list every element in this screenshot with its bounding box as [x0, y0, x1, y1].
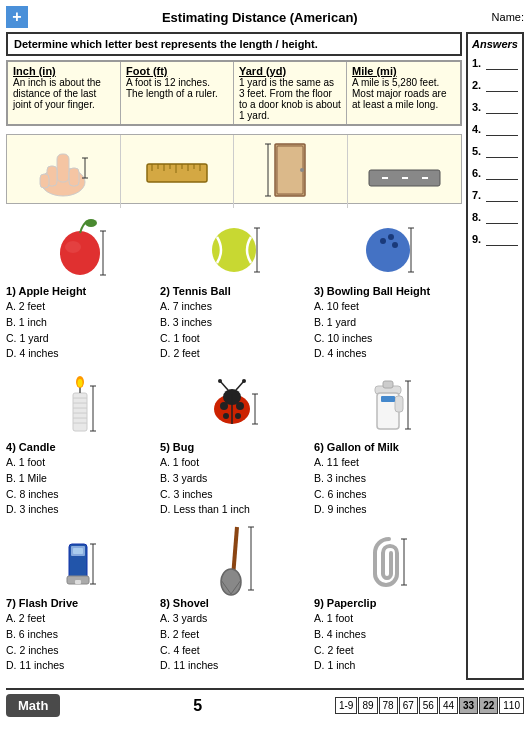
question-1: 1) Apple Height A. 2 feet B. 1 inch C. 1…	[6, 212, 154, 362]
answer-blank-5	[486, 144, 518, 158]
q4-image-area	[6, 368, 154, 438]
svg-point-38	[366, 228, 410, 272]
q6-choice-a: A. 11 feet	[314, 455, 359, 471]
q8-num: 8	[160, 597, 166, 609]
q5-num: 5	[160, 441, 166, 453]
main-layout: Determine which letter best represents t…	[6, 32, 524, 680]
q5-choice-d: D. Less than 1 inch	[160, 502, 250, 518]
q6-choice-b: B. 3 inches	[314, 471, 366, 487]
score-range: 1-9	[335, 697, 357, 714]
answers-panel: Answers 1. 2. 3. 4. 5. 6.	[466, 32, 524, 680]
answer-num-3: 3.	[472, 101, 486, 113]
svg-point-29	[65, 241, 81, 253]
q7-title: 7) Flash Drive	[6, 597, 78, 609]
q9-num: 9	[314, 597, 320, 609]
svg-rect-76	[383, 381, 393, 388]
q8-choice-a: A. 3 yards	[160, 611, 207, 627]
q9-choice-c: C. 2 feet	[314, 643, 354, 659]
q1-num: 1	[6, 285, 12, 297]
q6-num: 6	[314, 441, 320, 453]
svg-point-68	[242, 379, 246, 383]
q8-choice-b: B. 2 feet	[160, 627, 199, 643]
unit-title-foot: Foot (ft)	[126, 65, 228, 77]
svg-rect-1	[57, 154, 69, 182]
directions: Determine which letter best represents t…	[6, 32, 462, 56]
q5-image-area	[160, 368, 308, 438]
q1-choice-c: C. 1 yard	[6, 331, 49, 347]
answer-line-2: 2.	[472, 78, 518, 92]
q9-choice-d: D. 1 inch	[314, 658, 355, 674]
svg-point-40	[388, 234, 394, 240]
svg-rect-4	[40, 174, 49, 188]
answer-line-8: 8.	[472, 210, 518, 224]
q1-title: 1) Apple Height	[6, 285, 86, 297]
q7-choice-b: B. 6 inches	[6, 627, 58, 643]
score-78: 78	[379, 697, 398, 714]
answer-line-9: 9.	[472, 232, 518, 246]
q8-choice-d: D. 11 inches	[160, 658, 218, 674]
question-3: 3) Bowling Ball Height A. 10 feet B. 1 y…	[314, 212, 462, 362]
q3-choice-c: C. 10 inches	[314, 331, 372, 347]
q2-choice-b: B. 3 inches	[160, 315, 212, 331]
score-67: 67	[399, 697, 418, 714]
svg-point-62	[236, 402, 244, 410]
q9-choice-a: A. 1 foot	[314, 611, 353, 627]
question-6: 6) Gallon of Milk A. 11 feet B. 3 inches…	[314, 368, 462, 518]
q5-choice-a: A. 1 foot	[160, 455, 199, 471]
svg-point-39	[380, 238, 386, 244]
name-label: Name:	[492, 11, 524, 23]
page: + Estimating Distance (American) Name: D…	[0, 0, 530, 749]
q4-choice-d: D. 3 inches	[6, 502, 59, 518]
svg-rect-75	[381, 396, 395, 402]
math-badge: Math	[6, 694, 60, 717]
score-22: 22	[479, 697, 498, 714]
answer-num-4: 4.	[472, 123, 486, 135]
q6-title: 6) Gallon of Milk	[314, 441, 399, 453]
q7-image-area	[6, 524, 154, 594]
q7-choice-a: A. 2 feet	[6, 611, 45, 627]
q3-choice-a: A. 10 feet	[314, 299, 359, 315]
answer-line-7: 7.	[472, 188, 518, 202]
svg-rect-84	[75, 580, 81, 584]
q3-num: 3	[314, 285, 320, 297]
footer: Math 5 1-9 89 78 67 56 44 33 22 110	[6, 688, 524, 717]
answer-line-6: 6.	[472, 166, 518, 180]
question-2: 2) Tennis Ball A. 7 inches B. 3 inches C…	[160, 212, 308, 362]
q9-title: 9) Paperclip	[314, 597, 376, 609]
unit-title-inch: Inch (in)	[13, 65, 115, 77]
q5-choice-c: C. 3 inches	[160, 487, 213, 503]
svg-point-61	[220, 402, 228, 410]
svg-point-41	[392, 242, 398, 248]
question-7: 7) Flash Drive A. 2 feet B. 6 inches C. …	[6, 524, 154, 674]
q3-title: 3) Bowling Ball Height	[314, 285, 430, 297]
svg-point-64	[235, 413, 241, 419]
q1-image-area	[6, 212, 154, 282]
unit-title-yard: Yard (yd)	[239, 65, 341, 77]
q7-choice-d: D. 11 inches	[6, 658, 64, 674]
q8-title: 8) Shovel	[160, 597, 209, 609]
q9-image-area	[314, 524, 462, 594]
q2-choice-d: D. 2 feet	[160, 346, 200, 362]
q6-image-area	[314, 368, 462, 438]
q2-num: 2	[160, 285, 166, 297]
answer-blank-3	[486, 100, 518, 114]
unit-cell-mile: Mile (mi) A mile is 5,280 feet. Most maj…	[347, 62, 460, 124]
svg-point-63	[223, 413, 229, 419]
svg-rect-82	[73, 548, 83, 554]
answer-num-8: 8.	[472, 211, 486, 223]
svg-point-28	[60, 231, 100, 275]
unit-desc-yard: 1 yard is the same as 3 feet. From the f…	[239, 77, 341, 121]
answer-blank-2	[486, 78, 518, 92]
answer-num-5: 5.	[472, 145, 486, 157]
header: + Estimating Distance (American) Name:	[6, 6, 524, 28]
svg-point-30	[85, 219, 97, 227]
answer-num-9: 9.	[472, 233, 486, 245]
header-left: +	[6, 6, 28, 28]
svg-rect-45	[73, 393, 87, 431]
answer-blank-1	[486, 56, 518, 70]
answer-blank-6	[486, 166, 518, 180]
answer-blank-7	[486, 188, 518, 202]
q6-choice-d: D. 9 inches	[314, 502, 367, 518]
unit-images-row	[6, 134, 462, 204]
q4-title: 4) Candle	[6, 441, 56, 453]
